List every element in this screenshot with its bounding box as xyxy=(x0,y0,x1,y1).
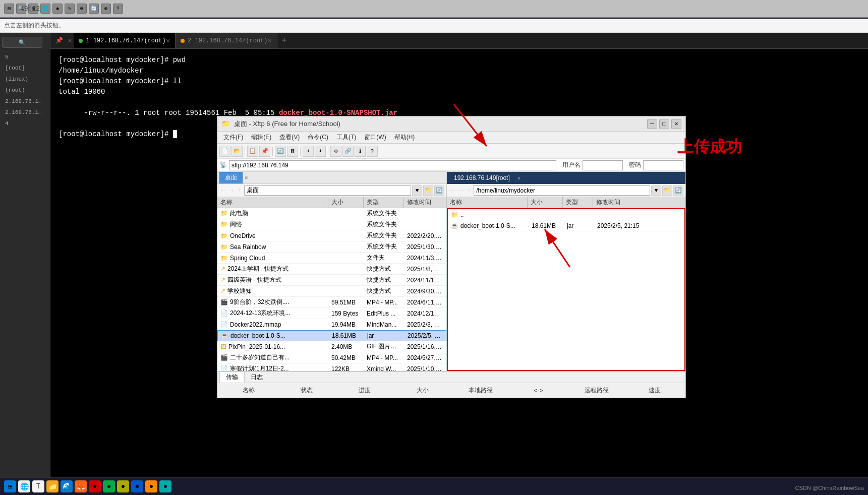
addr-password-input[interactable] xyxy=(643,160,683,170)
right-col-header-size[interactable]: 大小 xyxy=(528,197,563,208)
left-file-row[interactable]: ↗学校通知 快捷方式 2024/9/30, 12:37 xyxy=(217,286,446,297)
taskbar-yellow-icon[interactable]: ● xyxy=(117,480,129,492)
taskbar-firefox-icon[interactable]: 🦊 xyxy=(75,480,87,492)
menu-edit[interactable]: 编辑(E) xyxy=(247,132,275,143)
status-tab-log[interactable]: 日志 xyxy=(245,372,269,383)
right-file-row[interactable]: ☕docker_boot-1.0-S... 18.61MB jar 2025/2… xyxy=(448,220,684,231)
left-file-row[interactable]: 📄Docker2022.mmap 19.94MB MindMan... 2025… xyxy=(217,319,446,330)
status-tab-transfer[interactable]: 传输 xyxy=(219,372,245,383)
taskbar-green-icon[interactable]: ● xyxy=(103,480,115,492)
tab-pin[interactable]: 📌 xyxy=(52,37,66,44)
toolbar-icon-9[interactable]: ⊕ xyxy=(101,4,111,14)
menu-command[interactable]: 命令(C) xyxy=(304,132,332,143)
right-tab-close[interactable]: ✕ xyxy=(517,175,521,181)
toolbar-delete[interactable]: 🗑 xyxy=(287,146,298,157)
taskbar-windows-icon[interactable]: ⊞ xyxy=(4,480,16,492)
right-nav-up[interactable]: ↑ xyxy=(466,187,473,195)
toolbar-paste[interactable]: 📌 xyxy=(259,146,270,157)
right-tab-server[interactable]: 192.168.76.149[root] xyxy=(449,173,515,182)
toolbar-properties[interactable]: ℹ xyxy=(355,146,366,157)
left-file-row[interactable]: ☕docker_boot-1.0-S... 18.61MB jar 2025/2… xyxy=(217,330,446,341)
toolbar-open[interactable]: 📂 xyxy=(232,146,243,157)
toolbar-connect[interactable]: 🔗 xyxy=(342,146,354,157)
right-col-header-type[interactable]: 类型 xyxy=(563,197,593,208)
toolbar-icon-6[interactable]: ✎ xyxy=(65,4,75,14)
tab-add-button[interactable]: + xyxy=(277,36,291,46)
xftp-minimize[interactable]: ─ xyxy=(647,119,657,129)
right-nav-icon-1[interactable]: ▼ xyxy=(651,185,661,196)
toolbar-icon-10[interactable]: ? xyxy=(113,4,123,14)
taskbar-folder-icon[interactable]: 📁 xyxy=(46,480,59,492)
tab-close-x[interactable]: ✕ xyxy=(66,37,74,44)
toolbar-download[interactable]: ⬇ xyxy=(315,146,326,157)
left-tab-desktop[interactable]: 桌面 xyxy=(219,172,243,183)
menu-tools[interactable]: 工具(T) xyxy=(332,132,360,143)
menu-help[interactable]: 帮助(H) xyxy=(390,132,419,143)
left-file-row[interactable]: 📄2024-12-13系统环境... 159 Bytes EditPlus ..… xyxy=(217,308,446,319)
xftp-maximize[interactable]: □ xyxy=(659,119,669,129)
toolbar-refresh[interactable]: 🔄 xyxy=(275,146,286,157)
col-header-type[interactable]: 类型 xyxy=(364,197,404,208)
nav-icon-3[interactable]: 🔄 xyxy=(434,185,444,196)
menu-file[interactable]: 文件(F) xyxy=(219,132,247,143)
tab-1-close[interactable]: ✕ xyxy=(166,36,170,45)
col-header-name[interactable]: 名称 xyxy=(217,197,328,208)
taskbar-teal-icon[interactable]: ● xyxy=(159,480,171,492)
left-file-row[interactable]: 🖼PixPin_2025-01-16... 2.40MB GIF 图片文... … xyxy=(217,341,446,352)
left-file-row[interactable]: 📁Sea Rainbow 系统文件夹 2025/1/30, 16:28 xyxy=(217,241,446,253)
xftp-close[interactable]: ✕ xyxy=(671,119,681,129)
nav-up[interactable]: ↑ xyxy=(236,187,243,195)
taskbar-blue-icon[interactable]: ● xyxy=(131,480,143,492)
nav-forward[interactable]: → xyxy=(227,187,235,195)
taskbar-red-icon[interactable]: ● xyxy=(89,480,101,492)
sidebar-item-linux[interactable]: (linux) xyxy=(2,74,48,84)
toolbar-settings[interactable]: ⚙ xyxy=(330,146,341,157)
left-file-row[interactable]: 🎬9阶台阶，32次跌倒.... 59.51MB MP4 - MP... 2024… xyxy=(217,297,446,308)
right-file-row[interactable]: 📁.. xyxy=(448,209,684,220)
col-header-size[interactable]: 大小 xyxy=(328,197,364,208)
sidebar-item-149[interactable]: 2.168.76.149 xyxy=(2,107,48,117)
left-file-row[interactable]: 🎬二十多岁知道自己有... 50.42MB MP4 - MP... 2024/5… xyxy=(217,352,446,363)
sidebar-item-root[interactable]: [root] xyxy=(2,63,48,73)
xftp-left-file-list[interactable]: 📁此电脑 系统文件夹 📁网络 系统文件夹 📁OneDrive 系统文件夹 202… xyxy=(217,208,446,371)
addr-username-input[interactable] xyxy=(583,160,623,170)
sidebar-item-root2[interactable]: (root) xyxy=(2,85,48,95)
right-path-input[interactable] xyxy=(474,185,650,196)
toolbar-icon-5[interactable]: ✱ xyxy=(52,4,63,14)
taskbar-orange-icon[interactable]: ● xyxy=(145,480,157,492)
left-file-row[interactable]: 📁Spring Cloud 文件夹 2024/11/3, 11:55 xyxy=(217,253,446,264)
right-nav-back[interactable]: ← xyxy=(449,187,456,195)
right-col-header-name[interactable]: 名称 xyxy=(447,197,528,208)
right-nav-icon-3[interactable]: 🔄 xyxy=(673,185,683,196)
terminal-tab-2[interactable]: 2 192.168.76.147(root) ✕ xyxy=(176,33,277,48)
left-file-row[interactable]: ↗四级英语 - 快捷方式 快捷方式 2024/11/10, 21:24 xyxy=(217,275,446,286)
col-header-modified[interactable]: 修改时间 xyxy=(404,197,446,208)
toolbar-new[interactable]: 📄 xyxy=(219,146,230,157)
toolbar-help[interactable]: ? xyxy=(367,146,378,157)
toolbar-upload[interactable]: ⬆ xyxy=(303,146,314,157)
tab-2-close[interactable]: ✕ xyxy=(268,36,272,45)
toolbar-icon-1[interactable]: ⊞ xyxy=(4,4,14,14)
sidebar-search[interactable]: 🔍 xyxy=(2,37,42,48)
taskbar-edge-icon[interactable]: 🌊 xyxy=(61,480,73,492)
xftp-right-file-list[interactable]: 📁.. ☕docker_boot-1.0-S... 18.61MB jar 20… xyxy=(447,208,685,371)
taskbar-type-icon[interactable]: T xyxy=(32,480,44,492)
toolbar-icon-4[interactable]: 🌐 xyxy=(40,4,50,14)
sidebar-item-147[interactable]: 2.168.76.147(... xyxy=(2,96,48,106)
left-path-input[interactable] xyxy=(244,185,411,196)
left-file-row[interactable]: ↗2024上学期 - 快捷方式 快捷方式 2025/1/8, 12:04 xyxy=(217,264,446,275)
nav-icon-2[interactable]: 📁 xyxy=(423,185,433,196)
nav-icon-1[interactable]: ▼ xyxy=(412,185,422,196)
terminal-tab-1[interactable]: 1 192.168.76.147(root) ✕ xyxy=(74,33,176,48)
addr-input[interactable] xyxy=(229,160,556,170)
right-nav-icon-2[interactable]: 📁 xyxy=(662,185,672,196)
toolbar-icon-8[interactable]: 🔄 xyxy=(89,4,99,14)
menu-window[interactable]: 窗口(W) xyxy=(360,132,390,143)
right-col-header-modified[interactable]: 修改时间 xyxy=(593,197,685,208)
left-file-row[interactable]: 📁OneDrive 系统文件夹 2022/2/20, 14:05 xyxy=(217,230,446,241)
toolbar-icon-7[interactable]: ⚙ xyxy=(77,4,87,14)
left-file-row[interactable]: 📄寒假计划(1月12日-2... 122KB Xmind W... 2025/1… xyxy=(217,363,446,371)
toolbar-copy[interactable]: 📋 xyxy=(247,146,258,157)
sidebar-item-4[interactable]: 4 xyxy=(2,118,48,129)
left-file-row[interactable]: 📁此电脑 系统文件夹 xyxy=(217,208,446,219)
